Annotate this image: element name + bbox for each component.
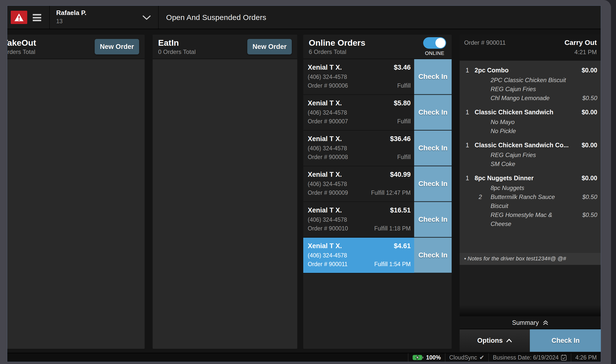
chevron-down-icon[interactable] [142,15,151,20]
order-row-info: Xenial T X. $4.61 (406) 324-4578 Order #… [303,238,414,273]
modifier-qty [479,127,491,136]
row-check-in-button[interactable]: Check In [414,238,452,273]
modifier-name: 2PC Classic Chicken Biscuit [491,76,571,85]
modifier-price: $0.50 [582,94,597,103]
item-qty: 1 [464,173,475,183]
page-title: Open And Suspended Orders [166,6,266,29]
modifier-name: Buttermilk Ranch Sauce [491,192,571,201]
receipt-item: 1 Classic Chicken Sandwich $0.00 No Mayo… [464,107,597,136]
modifier-qty [479,94,491,103]
modifier-qty [479,85,491,94]
modifier-qty [479,201,491,210]
user-menu[interactable]: Rafaela P. 13 [56,9,86,25]
cloudsync-label: CloudSync [449,354,477,361]
eatin-title: EatIn [158,38,196,48]
order-number: Order # 900010 [308,224,348,233]
battery-icon [412,354,424,361]
online-toggle-label: ONLINE [425,50,444,56]
item-name: Classic Chicken Sandwich Co... [475,140,580,151]
row-check-in-button[interactable]: Check In [414,59,452,94]
warning-triangle-icon [14,13,24,22]
eatin-list [153,59,297,349]
takeout-panel: TakeOut Orders Total New Order [7,35,145,349]
modifier-row: REG Cajun Fries [479,85,597,94]
item-name: 2pc Combo [475,65,580,76]
online-order-row[interactable]: Xenial T X. $16.51 (406) 324-4578 Order … [303,202,452,238]
battery-status: 100% [408,353,445,362]
row-check-in-button[interactable]: Check In [414,202,452,237]
item-name: 8pc Nuggets Dinner [475,173,580,183]
check-in-button[interactable]: Check In [530,329,601,352]
order-number: Order # 900007 [308,117,348,126]
online-order-row[interactable]: Xenial T X. $36.46 (406) 324-4578 Order … [303,131,452,166]
calendar-icon [561,354,567,361]
order-row-info: Xenial T X. $40.99 (406) 324-4578 Order … [303,166,414,201]
battery-percent: 100% [426,354,441,361]
order-number: Order # 900009 [308,188,348,197]
order-price: $5.80 [394,98,411,108]
modifier-row: REG Homestyle Mac & Cheese $0.50 [479,210,597,228]
modifier-row: Chl Mango Lemonade $0.50 [479,94,597,103]
modifier-row: No Mayo [479,118,597,127]
online-order-row[interactable]: Xenial T X. $4.61 (406) 324-4578 Order #… [303,238,452,273]
pos-app-window: Rafaela P. 13 Open And Suspended Orders … [7,5,601,362]
item-price: $0.00 [582,140,597,151]
online-order-row[interactable]: Xenial T X. $3.46 (406) 324-4578 Order #… [303,59,452,95]
fulfill-time: Fulfill [397,117,411,126]
customer-name: Xenial T X. [308,62,342,72]
modifier-qty [479,151,491,160]
hamburger-menu-icon[interactable] [33,14,41,21]
order-price: $4.61 [394,241,411,251]
modifier-qty [479,76,491,85]
alert-button[interactable] [11,11,27,24]
double-chevron-up-icon [542,319,549,326]
modifier-qty [479,118,491,127]
fulfill-time: Fulfill 1:54 PM [374,260,411,269]
takeout-header: TakeOut Orders Total New Order [7,35,145,59]
order-row-info: Xenial T X. $36.46 (406) 324-4578 Order … [303,131,414,166]
receipt-item: 1 Classic Chicken Sandwich Co... $0.00 R… [464,140,597,169]
order-number: Order # 900006 [308,81,348,90]
detail-filler [460,265,601,316]
online-orders-list: Xenial T X. $3.46 (406) 324-4578 Order #… [303,59,452,349]
eatin-panel: EatIn 0 Orders Total New Order [153,35,297,349]
order-detail-panel: Order # 900011 Carry Out 4:21 PM 1 2pc C… [460,35,601,352]
customer-name: Xenial T X. [308,241,342,251]
modifier-name: Biscuit [491,201,571,210]
order-number: Order # 900008 [308,153,348,162]
modifier-qty [479,160,491,169]
customer-name: Xenial T X. [308,170,342,180]
online-order-row[interactable]: Xenial T X. $5.80 (406) 324-4578 Order #… [303,95,452,131]
online-order-row[interactable]: Xenial T X. $40.99 (406) 324-4578 Order … [303,166,452,202]
order-price: $16.51 [390,205,411,215]
summary-label: Summary [512,319,539,326]
order-row-info: Xenial T X. $5.80 (406) 324-4578 Order #… [303,95,414,130]
row-check-in-button[interactable]: Check In [414,131,452,166]
row-check-in-button[interactable]: Check In [414,166,452,201]
online-toggle[interactable] [423,37,446,49]
eatin-new-order-button[interactable]: New Order [247,39,292,54]
modifier-row: 8pc Nuggets [479,183,597,192]
summary-bar[interactable]: Summary [460,316,601,329]
modifier-row: 2 Buttermilk Ranch Sauce $0.50 [479,192,597,201]
online-orders-panel: Online Orders 6 Orders Total ONLINE Xeni… [303,35,452,349]
takeout-new-order-button[interactable]: New Order [95,39,139,54]
modifier-name: No Pickle [491,127,571,136]
order-time: 4:21 PM [565,49,597,56]
modifier-name: 8pc Nuggets [491,183,571,192]
clock: 4:26 PM [571,353,601,362]
order-price: $36.46 [390,134,411,144]
status-bar: 100% CloudSync ✔ Business Date: 6/19/202… [7,353,601,362]
receipt-item: 1 2pc Combo $0.00 2PC Classic Chicken Bi… [464,65,597,103]
order-note: • Notes for the driver box test1234#@ @# [460,253,601,265]
order-row-info: Xenial T X. $3.46 (406) 324-4578 Order #… [303,59,414,94]
modifier-qty [479,183,491,192]
customer-phone: (406) 324-4578 [308,109,347,116]
row-check-in-button[interactable]: Check In [414,95,452,130]
options-button[interactable]: Options [460,329,530,352]
customer-phone: (406) 324-4578 [308,181,347,187]
modifier-row: Biscuit [479,201,597,210]
customer-phone: (406) 324-4578 [308,74,347,80]
check-icon: ✔ [479,354,484,361]
business-date[interactable]: Business Date: 6/19/2024 [488,353,571,362]
